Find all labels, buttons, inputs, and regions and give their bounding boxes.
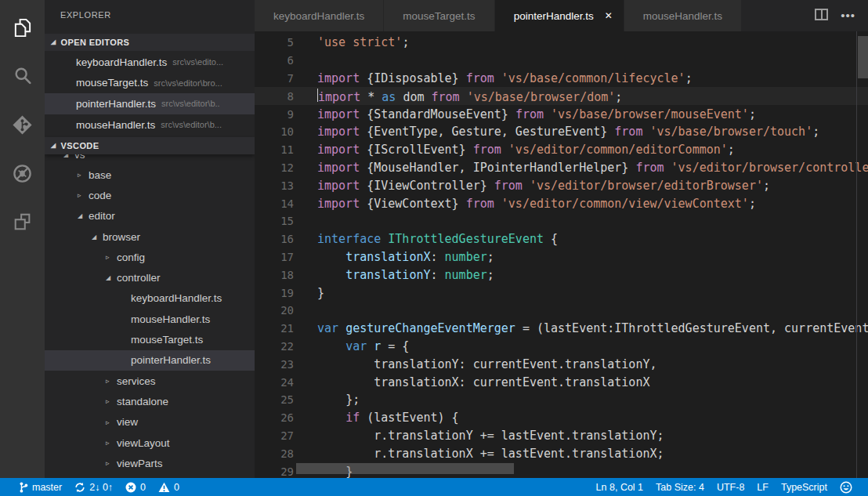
tree-folder-editor[interactable]: ◢editor [45, 206, 255, 226]
files-icon [12, 17, 33, 38]
tab-label: pointerHandler.ts [514, 10, 594, 22]
tree-folder-services[interactable]: ▹services [45, 371, 255, 391]
code-line-24[interactable]: 24 translationX: currentEvent.translatio… [255, 373, 868, 391]
code-line-11[interactable]: 11import {IScrollEvent} from 'vs/editor/… [255, 141, 868, 159]
line-number: 19 [255, 287, 294, 299]
code-line-28[interactable]: 28 r.translationX += lastEvent.translati… [255, 444, 868, 462]
tab-keyboardHandler.ts[interactable]: keyboardHandler.ts [255, 0, 383, 31]
tree-file-pointerHandler.ts[interactable]: pointerHandler.ts [45, 350, 255, 371]
status-language-mode-label: TypeScript [781, 482, 827, 493]
tab-label: mouseTarget.ts [403, 10, 475, 22]
tree-folder-view[interactable]: ▹view [45, 412, 255, 433]
open-editor-item[interactable]: mouseHandler.tssrc\vs\editor\b... [45, 114, 255, 136]
open-editor-item[interactable]: pointerHandler.tssrc\vs\editor\b.. [45, 93, 255, 114]
more-actions-button[interactable]: ••• [841, 9, 855, 23]
horizontal-scrollbar[interactable] [255, 463, 856, 474]
vertical-scrollbar-thumb[interactable] [858, 36, 868, 78]
open-editor-item[interactable]: keyboardHandler.tssrc\vs\edito... [45, 52, 255, 73]
activity-bar-item-explorer[interactable] [0, 9, 45, 46]
code-line-15[interactable]: 15 [255, 212, 868, 230]
code-line-19[interactable]: 19} [255, 284, 868, 302]
code-line-6[interactable]: 6 [255, 52, 868, 70]
tree-folder-vs[interactable]: ◢vs [45, 154, 255, 165]
sidebar-title: EXPLORER [60, 10, 111, 20]
status-errors-label: 0 [140, 482, 146, 493]
tree-file-mouseHandler.ts[interactable]: mouseHandler.ts [45, 309, 255, 329]
status-encoding[interactable]: UTF-8 [711, 478, 750, 496]
code-line-20[interactable]: 20 [255, 302, 868, 320]
root-folder-label: VSCODE [61, 141, 99, 150]
git-branch-icon [19, 481, 28, 494]
twisty-collapsed-icon: ▹ [106, 418, 117, 426]
activity-bar-item-debug[interactable] [0, 154, 45, 192]
status-bar-right: Ln 8, Col 1Tab Size: 4UTF-8LFTypeScript [590, 478, 868, 496]
folder-section-header[interactable]: ◢ VSCODE [45, 137, 255, 154]
activity-bar-item-source-control[interactable] [0, 106, 45, 143]
twisty-expanded-icon: ◢ [106, 274, 117, 281]
tab-pointerHandler.ts[interactable]: pointerHandler.ts✕ [495, 0, 624, 31]
tab-mouseTarget.ts[interactable]: mouseTarget.ts [384, 0, 494, 31]
tree-folder-base[interactable]: ▹base [45, 165, 255, 185]
code-line-9[interactable]: 9import {StandardMouseEvent} from 'vs/ba… [255, 105, 868, 123]
vertical-scrollbar[interactable] [856, 31, 868, 478]
tree-folder-controller[interactable]: ◢controller [45, 267, 255, 288]
tree-file-keyboardHandler.ts[interactable]: keyboardHandler.ts [45, 288, 255, 309]
code-line-22[interactable]: 22 var r = { [255, 338, 868, 356]
tree-item-label: code [89, 190, 111, 201]
status-warnings[interactable]: 0 [152, 478, 186, 496]
code-line-27[interactable]: 27 r.translationY += lastEvent.translati… [255, 427, 868, 445]
line-number: 28 [255, 447, 294, 460]
activity-bar-item-search[interactable] [0, 57, 45, 95]
status-cursor-position[interactable]: Ln 8, Col 1 [590, 478, 649, 496]
code-line-5[interactable]: 5'use strict'; [255, 34, 868, 52]
status-git-branch[interactable]: master [13, 478, 68, 496]
tree-folder-viewLayout[interactable]: ▹viewLayout [45, 433, 255, 453]
tree-folder-code[interactable]: ▹code [45, 185, 255, 205]
status-feedback[interactable] [834, 478, 859, 496]
horizontal-scrollbar-thumb[interactable] [296, 463, 514, 474]
open-editor-item[interactable]: mouseTarget.tssrc\vs\editor\bro... [45, 73, 255, 94]
tree-item-label: mouseTarget.ts [131, 334, 203, 346]
tree-folder-standalone[interactable]: ▹standalone [45, 391, 255, 411]
status-errors[interactable]: 0 [119, 478, 152, 496]
sync-icon [74, 482, 85, 493]
open-editors-header[interactable]: ◢ OPEN EDITORS [45, 34, 255, 51]
tab-mouseHandler.ts[interactable]: mouseHandler.ts [624, 0, 741, 31]
code-line-10[interactable]: 10import {EventType, Gesture, GestureEve… [255, 123, 868, 141]
line-number: 20 [255, 304, 294, 317]
code-line-26[interactable]: 26 if (lastEvent) { [255, 409, 868, 427]
split-editor-icon [815, 9, 828, 24]
split-editor-button[interactable] [815, 9, 828, 24]
code-line-21[interactable]: 21var gestureChangeEventMerger = (lastEv… [255, 320, 868, 338]
code-line-8[interactable]: 8import * as dom from 'vs/base/browser/d… [255, 87, 868, 105]
open-editor-file-name: mouseHandler.ts [76, 119, 155, 131]
tree-folder-browser[interactable]: ◢browser [45, 226, 255, 247]
code-line-17[interactable]: 17 translationX: number; [255, 248, 868, 266]
code-line-12[interactable]: 12import {MouseHandler, IPointerHandlerH… [255, 159, 868, 177]
smiley-icon [840, 481, 852, 494]
open-editor-file-name: keyboardHandler.ts [76, 56, 167, 68]
code-line-7[interactable]: 7import {IDisposable} from 'vs/base/comm… [255, 70, 868, 88]
status-language-mode[interactable]: TypeScript [775, 478, 834, 496]
line-number: 21 [255, 322, 294, 335]
status-sync[interactable]: 2↓ 0↑ [68, 478, 119, 496]
code-line-16[interactable]: 16interface IThrottledGestureEvent { [255, 230, 868, 248]
code-text: import {StandardMouseEvent} from 'vs/bas… [317, 107, 756, 121]
code-editor[interactable]: 5'use strict';67import {IDisposable} fro… [255, 31, 868, 478]
line-number: 27 [255, 429, 294, 442]
line-number: 15 [255, 215, 294, 227]
code-text: import {IDisposable} from 'vs/base/commo… [317, 71, 693, 85]
status-eol[interactable]: LF [750, 478, 775, 496]
code-line-25[interactable]: 25 }; [255, 391, 868, 409]
code-line-13[interactable]: 13import {IViewController} from 'vs/edit… [255, 176, 868, 194]
code-line-18[interactable]: 18 translationY: number; [255, 266, 868, 284]
status-indentation[interactable]: Tab Size: 4 [649, 478, 711, 496]
code-line-14[interactable]: 14import {ViewContext} from 'vs/editor/c… [255, 194, 868, 212]
activity-bar-item-extensions[interactable] [0, 203, 45, 241]
chevron-expanded-icon: ◢ [51, 142, 56, 149]
tree-folder-viewParts[interactable]: ▹viewParts [45, 453, 255, 473]
close-icon[interactable]: ✕ [605, 10, 613, 21]
tree-file-mouseTarget.ts[interactable]: mouseTarget.ts [45, 329, 255, 349]
code-line-23[interactable]: 23 translationY: currentEvent.translatio… [255, 355, 868, 373]
tree-folder-config[interactable]: ▹config [45, 247, 255, 267]
